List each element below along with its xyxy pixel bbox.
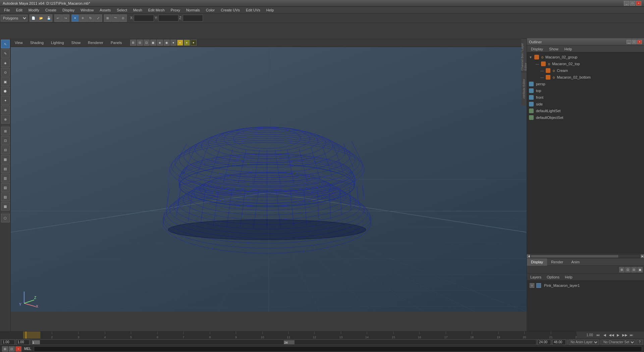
range-bar[interactable]: 1 24 xyxy=(31,340,536,345)
channel-box-tab[interactable]: Channel Box / Layer Editor xyxy=(521,38,527,72)
character-set-selector[interactable]: No Character Set xyxy=(602,340,635,345)
status-close-btn[interactable]: × xyxy=(15,346,21,352)
play-back-btn[interactable]: ◀◀ xyxy=(608,332,614,338)
range-end-field[interactable] xyxy=(552,340,566,345)
rotate-btn[interactable]: ↻ xyxy=(87,14,94,22)
status-btn1[interactable]: ⊞ xyxy=(2,346,8,352)
tool9-btn[interactable]: ⊕ xyxy=(1,115,10,124)
paint-btn[interactable]: ✎ xyxy=(1,49,10,58)
mode-selector[interactable]: Polygons xyxy=(1,15,28,21)
layer-visibility-btn[interactable]: V xyxy=(530,283,534,288)
tool15-btn[interactable]: ▥ xyxy=(1,174,10,182)
tool18-btn[interactable]: ▩ xyxy=(1,202,10,211)
vp-tb-btn3[interactable]: ⊡ xyxy=(144,40,150,46)
scale-btn[interactable]: ⤢ xyxy=(95,14,102,22)
go-to-start-btn[interactable]: ⏮ xyxy=(595,332,601,338)
timeline-ruler[interactable]: 1 2 3 4 5 6 7 8 9 10 11 xyxy=(0,332,577,339)
cb-icon4[interactable]: ▣ xyxy=(637,267,643,272)
range-end-marker[interactable]: 24 xyxy=(284,340,294,344)
anim-start-field[interactable] xyxy=(1,340,15,345)
outliner-item-macaron-bottom[interactable]: — o Macaron_02_bottom xyxy=(527,74,644,81)
tool14-btn[interactable]: ▤ xyxy=(1,164,10,173)
outliner-menu-show[interactable]: Show xyxy=(546,46,561,52)
menu-file[interactable]: File xyxy=(1,7,13,13)
outliner-item-default-light-set[interactable]: defaultLightSet xyxy=(527,107,644,114)
menu-proxy[interactable]: Proxy xyxy=(168,7,183,13)
tool5-btn[interactable]: ▣ xyxy=(1,77,10,86)
outliner-menu-help[interactable]: Help xyxy=(562,46,575,52)
step-back-btn[interactable]: ◀ xyxy=(602,332,608,338)
outliner-item-front[interactable]: front xyxy=(527,94,644,101)
step-fwd-btn[interactable]: ▶▶ xyxy=(622,332,628,338)
vp-tb-btn4[interactable]: ▣ xyxy=(150,40,156,46)
scroll-right-btn[interactable]: ▶ xyxy=(641,255,644,258)
tool11-btn[interactable]: ⊡ xyxy=(1,136,10,145)
redo-btn[interactable]: ↪ xyxy=(62,14,69,22)
scroll-left-btn[interactable]: ◀ xyxy=(527,255,530,258)
go-to-end-btn[interactable]: ⏭ xyxy=(629,332,635,338)
menu-select[interactable]: Select xyxy=(114,7,130,13)
menu-mesh[interactable]: Mesh xyxy=(130,7,145,13)
outliner-item-persp[interactable]: persp xyxy=(527,81,644,87)
mel-input-field[interactable] xyxy=(34,346,642,352)
menu-edit[interactable]: Edit xyxy=(13,7,25,13)
menu-color[interactable]: Color xyxy=(203,7,217,13)
cb-tab-anim[interactable]: Anim xyxy=(567,258,584,266)
menu-edit-uvs[interactable]: Edit UVs xyxy=(243,7,263,13)
tool6-btn[interactable]: ⬟ xyxy=(1,87,10,95)
new-scene-btn[interactable]: 📄 xyxy=(30,14,37,22)
close-button[interactable]: × xyxy=(636,1,641,6)
vp-light-btn2[interactable]: ● xyxy=(184,40,190,46)
outliner-item-cream[interactable]: — o Cream xyxy=(527,67,644,74)
tool13-btn[interactable]: ▦ xyxy=(1,155,10,164)
maximize-button[interactable]: □ xyxy=(630,1,635,6)
snap-grid-btn[interactable]: ⊞ xyxy=(104,14,111,22)
snap-curve-btn[interactable]: 〜 xyxy=(112,14,119,22)
x-coord-field[interactable] xyxy=(134,15,154,21)
select-btn[interactable]: ✦ xyxy=(71,14,79,22)
cb-icon2[interactable]: ⊡ xyxy=(625,267,631,272)
vp-tb-btn2[interactable]: ⊟ xyxy=(137,40,143,46)
cb-icon3[interactable]: ⊟ xyxy=(631,267,637,272)
save-btn[interactable]: 💾 xyxy=(45,14,52,22)
vp-renderer-menu[interactable]: Renderer xyxy=(86,40,105,45)
cb-menu-options[interactable]: Options xyxy=(545,275,561,279)
vp-shading-menu[interactable]: Shading xyxy=(28,40,46,45)
menu-help[interactable]: Help xyxy=(264,7,277,13)
z-coord-field[interactable] xyxy=(183,15,203,21)
h-scrollbar-track[interactable] xyxy=(531,255,640,258)
tool12-btn[interactable]: ⊟ xyxy=(1,145,10,154)
anim-end-field[interactable] xyxy=(538,340,551,345)
menu-normals[interactable]: Normals xyxy=(183,7,203,13)
vp-light-btn3[interactable]: ● xyxy=(191,40,197,46)
vp-lighting-menu[interactable]: Lighting xyxy=(49,40,66,45)
outliner-restore-btn[interactable]: □ xyxy=(632,40,637,44)
outliner-minimize-btn[interactable]: _ xyxy=(627,40,631,44)
menu-edit-mesh[interactable]: Edit Mesh xyxy=(146,7,167,13)
menu-display[interactable]: Display xyxy=(60,7,77,13)
outliner-hscroll[interactable]: ◀ ▶ xyxy=(527,254,644,258)
range-bar-marker[interactable]: 1 xyxy=(32,340,40,344)
cb-icon1[interactable]: ⊞ xyxy=(619,267,625,272)
outliner-item-side[interactable]: side xyxy=(527,101,644,107)
outliner-content[interactable]: ▼ o Macaron_02_group — o Macaron_02_top … xyxy=(527,52,644,254)
tool19-btn[interactable]: ⬡ xyxy=(1,214,10,222)
attribute-editor-tab[interactable]: Attribute Editor xyxy=(521,72,527,105)
move-btn[interactable]: ✛ xyxy=(79,14,87,22)
tool8-btn[interactable]: ⊛ xyxy=(1,105,10,114)
cb-menu-help[interactable]: Help xyxy=(563,275,575,279)
viewport[interactable]: .wire { fill: none; stroke: #1a2a9a; str… xyxy=(11,47,527,312)
vp-tb-btn7[interactable]: ● xyxy=(170,40,176,46)
tool17-btn[interactable]: ▨ xyxy=(1,192,10,201)
tool4-btn[interactable]: ⊙ xyxy=(1,68,10,77)
select-tool-btn[interactable]: ↖ xyxy=(1,40,10,48)
layer-row-1[interactable]: V Pink_Macaron_layer1 xyxy=(528,282,643,289)
cb-tab-display[interactable]: Display xyxy=(527,258,547,266)
y-coord-field[interactable] xyxy=(158,15,178,21)
outliner-item-default-object-set[interactable]: defaultObjectSet xyxy=(527,114,644,121)
outliner-item-top[interactable]: top xyxy=(527,87,644,94)
outliner-item-macaron-top[interactable]: — o Macaron_02_top xyxy=(527,60,644,67)
help-btn[interactable]: ? xyxy=(637,340,643,345)
current-time-field[interactable] xyxy=(16,340,30,345)
cb-menu-layers[interactable]: Layers xyxy=(528,275,543,279)
